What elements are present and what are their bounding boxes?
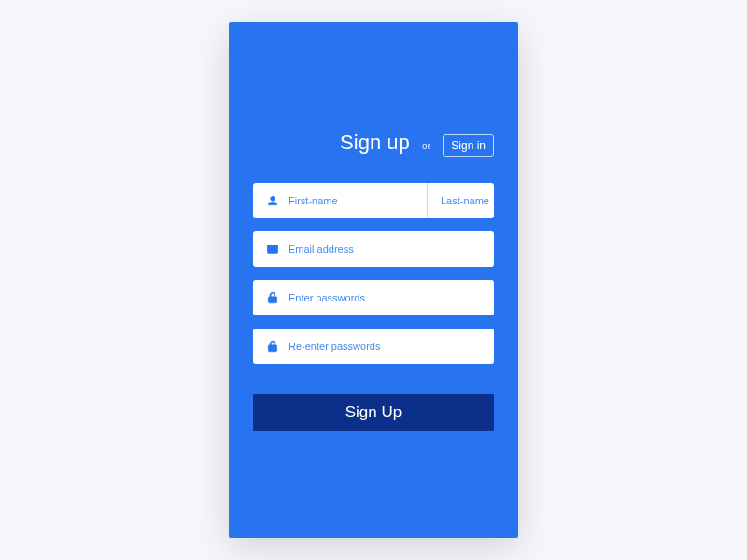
envelope-icon bbox=[266, 243, 279, 256]
lock-icon bbox=[266, 291, 279, 304]
user-icon bbox=[266, 194, 279, 207]
email-row bbox=[253, 231, 494, 267]
header: Sign up -or- Sign in bbox=[253, 131, 494, 157]
password-row bbox=[253, 280, 494, 315]
password-field[interactable] bbox=[289, 292, 485, 303]
first-name-wrapper bbox=[253, 183, 428, 218]
name-row bbox=[253, 183, 494, 218]
signup-card: Sign up -or- Sign in bbox=[229, 22, 518, 538]
email-field[interactable] bbox=[289, 244, 485, 255]
or-divider: -or- bbox=[419, 141, 434, 151]
last-name-wrapper bbox=[428, 183, 494, 218]
lock-icon bbox=[266, 340, 279, 353]
password-confirm-row bbox=[253, 329, 494, 364]
password-confirm-field[interactable] bbox=[289, 341, 485, 352]
sign-up-button[interactable]: Sign Up bbox=[253, 394, 494, 431]
page-title: Sign up bbox=[340, 131, 410, 155]
sign-in-button[interactable]: Sign in bbox=[443, 134, 494, 157]
first-name-field[interactable] bbox=[289, 195, 417, 206]
last-name-field[interactable] bbox=[441, 195, 494, 206]
